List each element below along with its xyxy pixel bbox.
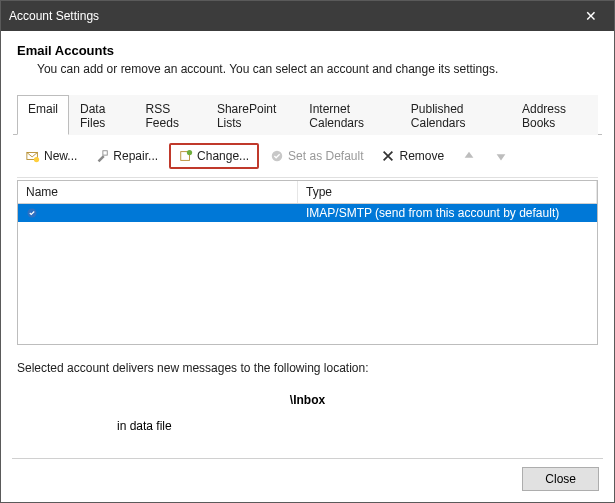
- window-title: Account Settings: [9, 9, 99, 23]
- close-icon[interactable]: ✕: [576, 8, 606, 24]
- content-area: Email Accounts You can add or remove an …: [1, 31, 614, 433]
- change-icon: [179, 149, 193, 163]
- set-default-button: Set as Default: [263, 145, 370, 167]
- change-button-label: Change...: [197, 149, 249, 163]
- tab-data-files[interactable]: Data Files: [69, 95, 135, 135]
- remove-icon: [381, 149, 395, 163]
- tab-sharepoint-lists[interactable]: SharePoint Lists: [206, 95, 298, 135]
- col-type[interactable]: Type: [298, 181, 597, 203]
- default-account-icon: [26, 207, 38, 219]
- dialog-buttons: Close: [522, 467, 599, 491]
- accounts-table: Name Type IMAP/SMTP (send from this acco…: [17, 180, 598, 345]
- delivery-location-label: Selected account delivers new messages t…: [17, 361, 598, 375]
- delivery-path: \Inbox: [17, 393, 598, 407]
- arrow-up-icon: [462, 149, 476, 163]
- tab-email[interactable]: Email: [17, 95, 69, 135]
- page-heading: Email Accounts: [17, 43, 598, 58]
- svg-point-4: [187, 150, 192, 155]
- tab-internet-calendars[interactable]: Internet Calendars: [298, 95, 400, 135]
- repair-button-label: Repair...: [113, 149, 158, 163]
- set-default-button-label: Set as Default: [288, 149, 363, 163]
- change-button[interactable]: Change...: [169, 143, 259, 169]
- svg-point-1: [34, 157, 39, 162]
- tab-address-books[interactable]: Address Books: [511, 95, 598, 135]
- envelope-new-icon: [26, 149, 40, 163]
- table-row[interactable]: IMAP/SMTP (send from this account by def…: [18, 204, 597, 222]
- title-bar: Account Settings ✕: [1, 1, 614, 31]
- arrow-down-icon: [494, 149, 508, 163]
- move-up-button: [455, 145, 483, 167]
- close-button[interactable]: Close: [522, 467, 599, 491]
- repair-button[interactable]: Repair...: [88, 145, 165, 167]
- cell-type: IMAP/SMTP (send from this account by def…: [298, 205, 597, 221]
- new-button-label: New...: [44, 149, 77, 163]
- cell-name: [18, 206, 298, 220]
- move-down-button: [487, 145, 515, 167]
- page-subheading: You can add or remove an account. You ca…: [37, 62, 598, 76]
- remove-button-label: Remove: [399, 149, 444, 163]
- repair-icon: [95, 149, 109, 163]
- tab-strip: Email Data Files RSS Feeds SharePoint Li…: [13, 94, 602, 135]
- check-circle-icon: [270, 149, 284, 163]
- col-name[interactable]: Name: [18, 181, 298, 203]
- remove-button[interactable]: Remove: [374, 145, 451, 167]
- tab-published-calendars[interactable]: Published Calendars: [400, 95, 511, 135]
- new-button[interactable]: New...: [19, 145, 84, 167]
- delivery-file: in data file: [117, 419, 598, 433]
- svg-rect-2: [103, 151, 107, 155]
- footer-divider: [12, 458, 603, 459]
- table-header: Name Type: [18, 181, 597, 204]
- toolbar: New... Repair... Change... Set as Defaul…: [17, 135, 598, 178]
- tab-rss-feeds[interactable]: RSS Feeds: [135, 95, 206, 135]
